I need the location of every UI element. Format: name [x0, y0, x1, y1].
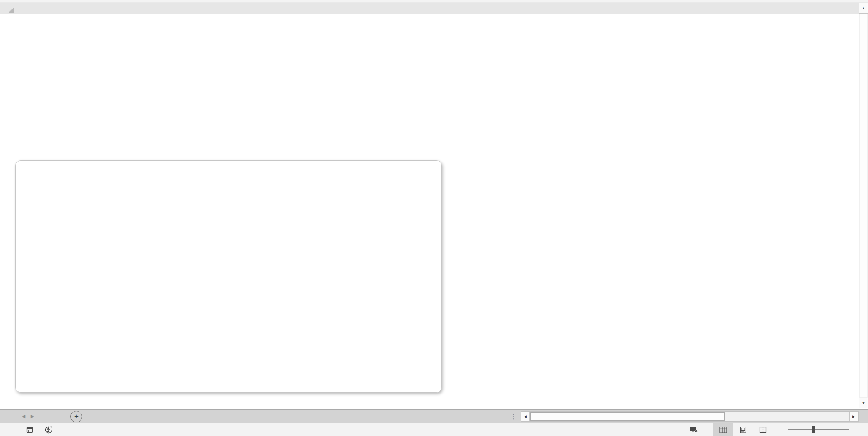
- new-sheet-button[interactable]: +: [70, 411, 82, 422]
- sheet-tab-strip: ◀ ▶ + ⋮ ◀ ▶: [0, 409, 868, 423]
- macro-record-icon[interactable]: [26, 427, 33, 433]
- page-layout-view-icon: [739, 427, 747, 433]
- normal-view-button[interactable]: [713, 423, 733, 436]
- vertical-scrollbar-thumb[interactable]: [860, 14, 867, 397]
- horizontal-scrollbar-track[interactable]: [530, 412, 849, 421]
- embedded-chart[interactable]: [15, 160, 442, 393]
- scroll-left-arrow-icon[interactable]: ◀: [521, 412, 530, 421]
- scrollbar-resize-grip[interactable]: ⋮: [510, 410, 517, 423]
- tab-nav-left-icon[interactable]: ◀: [19, 410, 28, 423]
- scroll-up-arrow-icon[interactable]: ▲: [859, 3, 868, 14]
- scroll-right-arrow-icon[interactable]: ▶: [849, 412, 858, 421]
- display-settings-icon: [690, 427, 699, 433]
- excel-window: ▲ ▼ ◀ ▶ + ⋮ ◀ ▶: [0, 0, 868, 436]
- tab-nav-right-icon[interactable]: ▶: [28, 410, 37, 423]
- spreadsheet-grid: ▲ ▼: [0, 0, 868, 408]
- status-bar: [0, 423, 868, 436]
- page-break-preview-icon: [759, 427, 767, 433]
- zoom-slider[interactable]: [788, 429, 849, 430]
- status-bar-right: [690, 423, 868, 436]
- scroll-down-arrow-icon[interactable]: ▼: [859, 398, 868, 408]
- select-all-corner[interactable]: [0, 3, 15, 14]
- horizontal-scrollbar[interactable]: ◀ ▶: [521, 411, 859, 422]
- column-headers: [0, 3, 859, 14]
- vertical-scrollbar[interactable]: ▲ ▼: [859, 3, 868, 408]
- page-break-preview-button[interactable]: [753, 423, 773, 436]
- accessibility-checker-icon[interactable]: [45, 426, 52, 434]
- page-layout-view-button[interactable]: [733, 423, 753, 436]
- horizontal-scrollbar-thumb[interactable]: [530, 412, 725, 421]
- display-settings-button[interactable]: [690, 427, 701, 433]
- normal-view-icon: [719, 427, 727, 433]
- zoom-slider-thumb[interactable]: [812, 426, 815, 433]
